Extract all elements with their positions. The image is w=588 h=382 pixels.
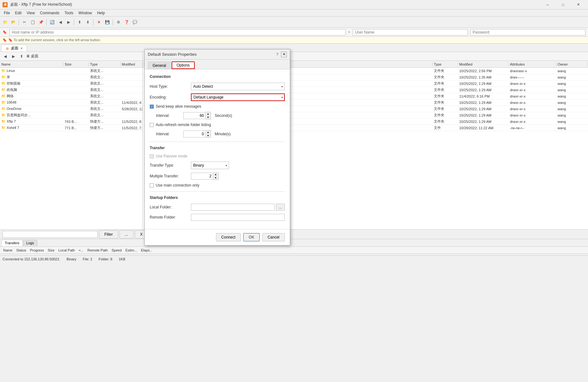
local-browse-button[interactable]: ... xyxy=(276,204,285,211)
transfers-header: Name Status Progress Size Local Path <..… xyxy=(0,247,588,254)
left-file-row[interactable]: 📁 Xshell 7 771 B... 快捷方... 11/5/2022, 7:… xyxy=(0,125,142,131)
left-back-button[interactable]: ◀ xyxy=(1,53,9,60)
multiple-down-button[interactable]: ▼ xyxy=(213,176,218,180)
filter-more-button[interactable]: ... xyxy=(120,230,134,239)
left-file-row[interactable]: 📁 此电脑 系统文... xyxy=(0,87,142,93)
multiple-up-button[interactable]: ▲ xyxy=(213,173,218,176)
autorefresh-down-button[interactable]: ▼ xyxy=(206,134,211,137)
left-file-row[interactable]: 📁 网络 系统文... xyxy=(0,93,142,99)
autorefresh-checkbox[interactable] xyxy=(150,123,154,127)
col-modified[interactable]: Modified xyxy=(121,62,142,66)
username-input[interactable] xyxy=(353,29,468,35)
local-folder-input[interactable] xyxy=(191,204,275,211)
left-file-row[interactable]: 📁 控制面板 系统文... xyxy=(0,80,142,87)
left-up-button[interactable]: ⬆ xyxy=(18,53,25,60)
menu-help[interactable]: Help xyxy=(95,10,108,16)
interval-up-button[interactable]: ▲ xyxy=(206,112,211,116)
maximize-button[interactable]: □ xyxy=(556,0,570,10)
menu-edit[interactable]: Edit xyxy=(12,10,24,16)
forward-button[interactable]: ▶ xyxy=(65,18,72,26)
tab-desktop[interactable]: 🖥 桌面 ✕ xyxy=(1,45,27,52)
right-col-owner[interactable]: Owner xyxy=(556,62,588,66)
hint-bar: 🔖 🔖 To add the current session, click on… xyxy=(0,37,588,44)
interval-down-button[interactable]: ▼ xyxy=(206,116,211,119)
col-type[interactable]: Type xyxy=(89,62,121,66)
filter-button[interactable]: Filter xyxy=(99,230,118,239)
interval-spinbox: ▲ ▼ xyxy=(183,112,211,119)
right-col-type[interactable]: Type xyxy=(433,62,458,66)
keepalive-checkbox[interactable]: ✓ xyxy=(150,105,154,109)
new-session-button[interactable]: 📁 xyxy=(1,18,9,26)
copy-button[interactable]: 📋 xyxy=(29,18,36,26)
left-file-table: Name Size Type Modified 📁 Linux 系统文... 📁… xyxy=(0,61,142,229)
left-file-row[interactable]: 📁 OneDrive 系统文... 5/28/2022, 12... xyxy=(0,106,142,112)
left-file-row[interactable]: 📁 库 系统文... xyxy=(0,74,142,80)
interval-input[interactable] xyxy=(183,112,206,119)
tab-options[interactable]: Options xyxy=(172,61,195,69)
close-button[interactable]: ✕ xyxy=(571,0,585,10)
tab-logs[interactable]: Logs xyxy=(23,240,37,246)
multiple-spinbox: ▲ ▼ xyxy=(191,172,219,180)
left-file-row[interactable]: 📁 百度网盘同步... 系统文... xyxy=(0,112,142,118)
connect-button[interactable]: Connect xyxy=(216,233,241,241)
cut-button[interactable]: ✂ xyxy=(21,18,28,26)
transfer-type-select[interactable]: Binary ASCII Auto xyxy=(191,162,229,169)
ok-button[interactable]: OK xyxy=(243,233,259,241)
transfers-col-size: Size xyxy=(46,248,56,252)
tab-general[interactable]: General xyxy=(148,61,171,69)
back-button[interactable]: ◀ xyxy=(56,18,64,26)
help-button[interactable]: ❓ xyxy=(123,18,130,26)
upload-button[interactable]: ⬆ xyxy=(76,18,83,26)
autorefresh-up-button[interactable]: ▲ xyxy=(206,131,211,134)
multiple-input[interactable] xyxy=(191,173,213,180)
col-size[interactable]: Size xyxy=(63,62,89,66)
encoding-select[interactable]: Default Language UTF-8 GBK Big5 xyxy=(191,93,285,101)
right-col-attrs[interactable]: Attributes xyxy=(509,62,556,66)
chat-button[interactable]: 💬 xyxy=(131,18,139,26)
passive-label: Use Passive mode xyxy=(156,154,187,158)
refresh-button[interactable]: 🔄 xyxy=(48,18,56,26)
settings-button[interactable]: ⚙ xyxy=(114,18,122,26)
password-input[interactable] xyxy=(470,29,585,35)
menu-file[interactable]: File xyxy=(1,10,12,16)
download-button[interactable]: ⬇ xyxy=(84,18,92,26)
host-dropdown-arrow[interactable]: ▾ xyxy=(348,30,350,34)
autorefresh-input[interactable] xyxy=(183,131,206,137)
cancel-button[interactable]: Cancel xyxy=(262,233,285,241)
left-file-row[interactable]: 📁 Linux 系统文... xyxy=(0,68,142,74)
menu-window[interactable]: Window xyxy=(76,10,95,16)
right-col-modified[interactable]: Modified xyxy=(458,62,509,66)
tab-label: 桌面 xyxy=(11,46,18,51)
col-name[interactable]: Name xyxy=(0,62,63,66)
left-path[interactable]: 🖥 桌面 xyxy=(26,54,38,59)
main-conn-checkbox[interactable] xyxy=(150,183,154,188)
transfer-type-row: Transfer Type: Binary ASCII Auto xyxy=(150,162,285,169)
encoding-row: Encoding: Default Language UTF-8 GBK Big… xyxy=(150,93,285,101)
host-type-select[interactable]: Auto Detect SFTP FTP FTPS xyxy=(191,83,285,90)
tab-close-button[interactable]: ✕ xyxy=(20,47,23,50)
host-type-row: Host Type: Auto Detect SFTP FTP FTPS xyxy=(150,83,285,90)
filter-input[interactable] xyxy=(3,231,98,238)
left-file-row[interactable]: 📁 Xftp 7 743 B... 快捷方... 11/5/2022, 8:..… xyxy=(0,118,142,125)
left-panel: ◀ ▶ ⬆ 🖥 桌面 Name Size Type Modified 📁 Lin… xyxy=(0,52,143,229)
paste-button[interactable]: 📌 xyxy=(37,18,45,26)
menu-view[interactable]: View xyxy=(24,10,37,16)
host-input[interactable] xyxy=(10,29,346,35)
save-button[interactable]: 💾 xyxy=(103,18,111,26)
passive-checkbox[interactable] xyxy=(150,154,154,158)
modal-close-button[interactable]: ✕ xyxy=(281,52,287,57)
delete-button[interactable]: ✕ xyxy=(95,18,103,26)
interval-spinbox-btns: ▲ ▼ xyxy=(206,112,211,119)
menu-tools[interactable]: Tools xyxy=(62,10,76,16)
statusbar: Connected to 152.136.120.86:50022. Binar… xyxy=(0,255,588,262)
transfers-col-progress: Progress xyxy=(28,248,46,252)
menu-commands[interactable]: Commands xyxy=(37,10,62,16)
left-forward-button[interactable]: ▶ xyxy=(10,53,17,60)
open-button[interactable]: 📂 xyxy=(10,18,17,26)
modal-help-button[interactable]: ? xyxy=(276,52,278,57)
bottom-area: Transfers Logs Name Status Progress Size… xyxy=(0,239,588,255)
tab-transfers[interactable]: Transfers xyxy=(1,240,23,246)
left-file-row[interactable]: 📁 10648 系统文... 11/4/2022, 4:... xyxy=(0,99,142,106)
remote-folder-input[interactable] xyxy=(191,214,285,221)
minimize-button[interactable]: ─ xyxy=(540,0,555,10)
